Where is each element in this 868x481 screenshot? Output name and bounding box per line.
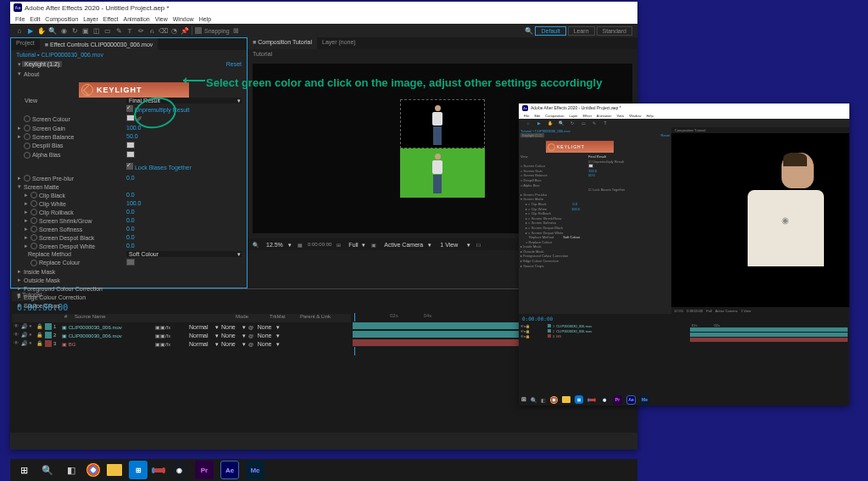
stopwatch-icon[interactable]	[24, 115, 31, 122]
menu-animation[interactable]: Animation	[124, 16, 150, 22]
window-title: Adobe After Effects 2020 - Untitled Proj…	[25, 4, 170, 12]
timeline-columns: # Source Name Mode TrkMat Parent & Link	[12, 314, 351, 322]
param-despot-white: Screen Despot White	[39, 243, 95, 249]
param-despill-bias: Despill Bias	[32, 143, 64, 148]
preview-layers	[400, 99, 485, 198]
preview-green-layer	[400, 148, 485, 198]
title-bar[interactable]: Ae Adobe After Effects 2020 - Untitled P…	[10, 2, 637, 14]
search-icon[interactable]: 🔍	[525, 26, 533, 35]
search-taskbar-icon[interactable]: 🔍	[39, 461, 56, 478]
param-replace-colour: Replace Colour	[39, 260, 80, 266]
menu-window[interactable]: Window	[173, 16, 194, 22]
reset-link[interactable]: Reset	[226, 61, 242, 68]
annotation-arrow	[183, 80, 205, 81]
balance-value[interactable]: 50.0	[126, 133, 242, 140]
param-softness: Screen Softness	[39, 227, 82, 232]
annotation-text: Select green color and click on the imag…	[206, 76, 602, 89]
media-encoder-icon[interactable]: Me	[246, 461, 264, 479]
effect-keylight[interactable]: Keylight (1.2)	[22, 61, 62, 67]
task-view-icon[interactable]: ◧	[63, 461, 80, 478]
steam-icon[interactable]: ◉	[170, 461, 188, 479]
param-replace-method: Replace Method	[28, 251, 71, 257]
timeline-layer[interactable]: 👁🔊●🔒 1 ▣ CLIP0000030_006.mov ▣▣/fx Norma…	[12, 322, 351, 331]
views-dropdown[interactable]: 1 View	[437, 242, 471, 248]
resolution-icon[interactable]: ▦	[298, 242, 303, 248]
chrome-icon[interactable]	[86, 463, 100, 477]
unpremultiply-checkbox[interactable]	[126, 105, 133, 112]
workspace-default[interactable]: Default	[535, 26, 565, 36]
text-tool-icon[interactable]: T	[125, 26, 134, 35]
region-icon[interactable]: ▣	[371, 242, 376, 248]
despill-chip[interactable]	[126, 142, 135, 148]
clone-tool-icon[interactable]: ⎌	[147, 26, 156, 35]
rotate-tool-icon[interactable]: ↻	[70, 26, 79, 35]
menu-view[interactable]: View	[155, 16, 168, 22]
home-icon[interactable]: ⌂	[15, 26, 24, 35]
menu-effect[interactable]: Effect	[103, 16, 119, 22]
switch-icon[interactable]	[154, 468, 163, 473]
comp-viewport-2[interactable]: Composition Tutorial 12.5%0:00:00:00Full…	[671, 127, 849, 314]
project-tab[interactable]: Project	[11, 38, 40, 50]
pan-behind-icon[interactable]: ◫	[92, 26, 101, 35]
ae-secondary-window: Ae Adobe After Effects 2020 - Untitled P…	[519, 103, 849, 405]
pen-tool-icon[interactable]: ✎	[114, 26, 123, 35]
param-screen-balance: Screen Balance	[32, 134, 74, 140]
workspace-standard[interactable]: Standard	[597, 26, 632, 36]
window-title-2: Adobe After Effects 2020 - Untitled Proj…	[531, 105, 621, 110]
windows-taskbar: ⊞ 🔍 ◧ ⊞ ◉ Pr Ae Me	[10, 459, 637, 481]
replace-colour-chip[interactable]	[126, 259, 135, 266]
snapping-checkbox[interactable]	[195, 27, 202, 34]
lock-biases-checkbox[interactable]	[126, 163, 133, 170]
premiere-icon[interactable]: Pr	[195, 461, 214, 479]
param-outside-mask: Outside Mask	[24, 277, 60, 283]
file-explorer-icon[interactable]	[107, 464, 122, 476]
menu-help[interactable]: Help	[199, 16, 211, 22]
param-fg-cc: Foreground Colour Correction	[24, 286, 103, 292]
res-dropdown[interactable]: Full	[346, 242, 366, 248]
snap-option-icon[interactable]: ⊞	[232, 26, 241, 35]
effect-controls-panel: Project ■ Effect Controls CLIP0000030_00…	[10, 37, 248, 288]
menu-bar-2: FileEditCompositionLayerEffectAnimationV…	[519, 112, 849, 119]
menu-composition[interactable]: Composition	[45, 16, 78, 22]
brush-tool-icon[interactable]: ✏	[136, 26, 145, 35]
selection-tool-icon[interactable]: ▶	[26, 26, 35, 35]
hand-tool-icon[interactable]: ✋	[37, 26, 46, 35]
camera-dropdown[interactable]: Active Camera	[381, 242, 432, 248]
zoom-icon[interactable]: 🔍	[253, 242, 259, 248]
timeline-layer[interactable]: 👁🔊●🔒 2 ▣ CLIP0000030_006.mov ▣▣/fx Norma…	[12, 331, 351, 339]
zoom-dropdown[interactable]: 12.5%	[264, 242, 292, 248]
replace-method-dropdown[interactable]: Soft Colour	[126, 251, 242, 257]
store-icon[interactable]: ⊞	[129, 461, 147, 479]
start-icon-2[interactable]: ⊞	[521, 396, 526, 403]
about-label: About	[24, 71, 39, 77]
workspace-learn[interactable]: Learn	[568, 26, 595, 36]
alpha-chip[interactable]	[126, 151, 135, 158]
effect-header: ▾Keylight (1.2) Reset	[11, 59, 247, 70]
menu-layer[interactable]: Layer	[83, 16, 98, 22]
timeline-panel-2: 0:00:00:00 👁●🔒1CLIP0000030_006.mov👁●🔒2CL…	[519, 314, 849, 399]
explorer-icon-2[interactable]	[562, 396, 570, 403]
expand-icon[interactable]: ⊡	[476, 242, 481, 248]
puppet-tool-icon[interactable]: 📌	[181, 26, 189, 35]
orbit-tool-icon[interactable]: ◉	[59, 26, 68, 35]
start-button[interactable]: ⊞	[15, 461, 32, 478]
comp-tab-tutorial[interactable]: ■ Composition Tutorial	[248, 37, 317, 49]
comp-tab-layer[interactable]: Layer (none)	[317, 37, 361, 49]
comp-breadcrumb[interactable]: Tutorial	[248, 49, 637, 59]
param-screen-matte: Screen Matte	[24, 184, 59, 190]
param-alpha-bias: Alpha Bias	[32, 152, 60, 158]
effect-controls-tab[interactable]: ■ Effect Controls CLIP0000030_006.mov	[40, 38, 159, 50]
shape-tool-icon[interactable]: ▭	[103, 26, 112, 35]
menu-file[interactable]: File	[15, 16, 25, 22]
camera-tool-icon[interactable]: ▣	[81, 26, 90, 35]
roto-tool-icon[interactable]: ◔	[170, 26, 178, 35]
grid-icon[interactable]: ⊞	[337, 242, 341, 248]
menu-edit[interactable]: Edit	[30, 16, 40, 22]
after-effects-icon[interactable]: Ae	[220, 461, 239, 479]
eraser-tool-icon[interactable]: ⌫	[159, 26, 167, 35]
zoom-tool-icon[interactable]: 🔍	[48, 26, 57, 35]
title-bar-2[interactable]: Ae Adobe After Effects 2020 - Untitled P…	[519, 103, 849, 112]
timeline-layer[interactable]: 👁🔊●🔒 3 ▣ BG ▣▣/fx Normal None @ None	[12, 339, 351, 348]
timecode-display[interactable]: 0:00:00:00	[308, 242, 331, 247]
chrome-icon-2[interactable]	[550, 396, 558, 404]
